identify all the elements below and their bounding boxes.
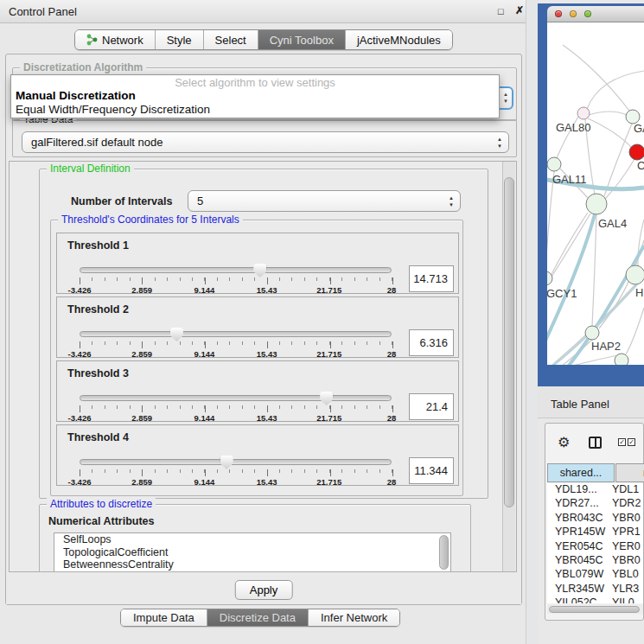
cell: YDR27...: [547, 497, 609, 511]
scrollbar-thumb[interactable]: [504, 177, 514, 507]
tab-discretize-data[interactable]: Discretize Data: [207, 609, 309, 626]
table-panel-titlebar: Table Panel: [538, 386, 644, 418]
node-bottom[interactable]: [615, 354, 628, 365]
gear-icon[interactable]: ⚙: [558, 434, 570, 450]
tick-label: 9.144: [194, 477, 215, 487]
number-of-intervals-combo[interactable]: 5 ▲▼: [188, 190, 461, 212]
cell: YBR0: [609, 512, 641, 526]
table-row[interactable]: YDL19...YDL1: [547, 483, 643, 497]
table-row[interactable]: YPR145WYPR1: [547, 526, 643, 539]
node-hap2[interactable]: [585, 326, 599, 340]
threshold-value-field[interactable]: 11.344: [409, 457, 454, 484]
settings-vertical-scrollbar[interactable]: [502, 162, 515, 571]
network-window-titlebar[interactable]: [547, 6, 644, 22]
network-view-canvas[interactable]: GAL80 GA C GAL11 GAL4 GCY1 H HAP2: [547, 22, 644, 365]
minimize-traffic-light-icon[interactable]: [570, 10, 577, 17]
threshold-slider: -3.426 2.859 9.144 15.43 21.715 28: [80, 267, 392, 295]
tick-label: 28: [387, 413, 397, 423]
tab-select[interactable]: Select: [204, 30, 258, 49]
table-row[interactable]: YLR345WYLR3: [547, 583, 643, 596]
threshold-value-field[interactable]: 6.316: [409, 329, 454, 356]
option-manual-discretization[interactable]: Manual Discretization: [16, 89, 136, 102]
tab-jactivemnodules[interactable]: jActiveMNodules: [346, 30, 452, 49]
node-gal80[interactable]: [577, 107, 590, 119]
close-traffic-light-icon[interactable]: [555, 10, 562, 17]
checkbox-icon[interactable]: ✓: [628, 438, 635, 446]
column-header-shared-name[interactable]: shared...: [547, 463, 615, 482]
slider-track[interactable]: [80, 267, 392, 273]
node-label: GAL4: [598, 217, 627, 230]
node-table-card: ⚙ ✓ ✓ shared... na YDL19...YDL1 YDR27...…: [545, 423, 644, 621]
apply-bar: Apply: [6, 572, 521, 604]
slider-ticks: [80, 277, 392, 284]
node-h[interactable]: [626, 265, 644, 284]
slider-thumb[interactable]: [170, 328, 183, 341]
cell: YDL19...: [547, 483, 609, 497]
group-title: Discretization Algorithm: [20, 61, 146, 73]
threshold-label: Threshold 3: [67, 367, 129, 379]
tab-label: Impute Data: [133, 611, 194, 624]
tick-label: 2.859: [131, 477, 152, 487]
columns-icon[interactable]: [589, 437, 602, 449]
slider-thumb[interactable]: [253, 264, 266, 277]
cell: YIL0: [609, 596, 634, 603]
list-item[interactable]: BetweennessCentrality: [54, 558, 450, 571]
slider-thumb[interactable]: [220, 456, 233, 469]
node-gal11[interactable]: [547, 157, 561, 171]
table-row[interactable]: YER054CYER0: [547, 540, 643, 554]
column-header-name[interactable]: na: [615, 463, 644, 482]
tab-label: Infer Network: [321, 611, 387, 624]
node-gal4[interactable]: [586, 194, 607, 214]
tab-infer-network[interactable]: Infer Network: [309, 609, 399, 626]
threshold-panel-4: Threshold 4 -3.426 2.859 9.144 15.43 21.…: [56, 424, 459, 486]
table-row[interactable]: YBL079WYBL0: [547, 568, 643, 582]
list-item[interactable]: SelfLoops: [54, 533, 450, 546]
list-item[interactable]: TopologicalCoefficient: [54, 546, 450, 559]
cell: YBR0: [609, 554, 641, 568]
panel-splitter[interactable]: [526, 0, 538, 644]
threshold-value-field[interactable]: 21.4: [409, 393, 454, 420]
threshold-value-field[interactable]: 14.713: [409, 265, 454, 292]
tab-network[interactable]: Network: [75, 30, 156, 49]
tab-cyni-toolbox[interactable]: Cyni Toolbox: [258, 30, 346, 49]
cell: YDL1: [609, 483, 639, 497]
apply-button[interactable]: Apply: [235, 580, 293, 600]
option-equal-width-frequency[interactable]: Equal Width/Frequency Discretization: [16, 103, 210, 116]
screen: Control Panel □ ✗ Network Style Select C…: [0, 0, 644, 644]
tab-style[interactable]: Style: [156, 30, 204, 49]
table-row[interactable]: YDR27...YDR2: [547, 497, 643, 511]
table-row[interactable]: YIL052CYIL0: [547, 596, 643, 603]
table-row[interactable]: YBR045CYBR0: [547, 554, 643, 568]
node-red[interactable]: [629, 144, 644, 160]
slider-track[interactable]: [80, 395, 392, 401]
stepper-icons: ▲▼: [503, 91, 508, 105]
list-scrollbar[interactable]: [439, 535, 449, 570]
tick-label: 15.43: [257, 413, 277, 423]
tick-label: 21.715: [316, 349, 341, 359]
tick-label: -3.426: [68, 477, 92, 487]
tab-label: Select: [215, 34, 246, 47]
table-horizontal-scrollbar[interactable]: [547, 604, 643, 614]
tab-label: Network: [102, 34, 143, 47]
zoom-traffic-light-icon[interactable]: [584, 10, 591, 17]
node-label: H: [635, 286, 643, 299]
tick-label: 9.144: [194, 413, 215, 423]
cell: YER054C: [547, 540, 609, 554]
table-panel-title: Table Panel: [551, 398, 609, 411]
checkbox-icon[interactable]: ✓: [618, 438, 626, 446]
float-window-icon[interactable]: □: [498, 6, 504, 16]
select-columns-icons[interactable]: ✓ ✓: [618, 438, 635, 446]
attributes-group: Attributes to discretize Numerical Attri…: [39, 504, 471, 572]
table-data-combo[interactable]: galFiltered.sif default node ▲▼: [22, 131, 509, 153]
tab-impute-data[interactable]: Impute Data: [121, 609, 207, 626]
node-label: GCY1: [547, 287, 577, 300]
slider-thumb[interactable]: [320, 392, 333, 405]
table-toolbar: ⚙ ✓ ✓: [545, 424, 643, 462]
close-icon[interactable]: ✗: [515, 4, 524, 16]
slider-track[interactable]: [80, 459, 392, 465]
table-row[interactable]: YBR043CYBR0: [547, 512, 643, 526]
slider-track[interactable]: [80, 331, 392, 337]
control-panel-titlebar: Control Panel □ ✗: [0, 0, 526, 23]
cell: YBR045C: [547, 554, 609, 568]
scrollbar-thumb[interactable]: [549, 606, 640, 613]
